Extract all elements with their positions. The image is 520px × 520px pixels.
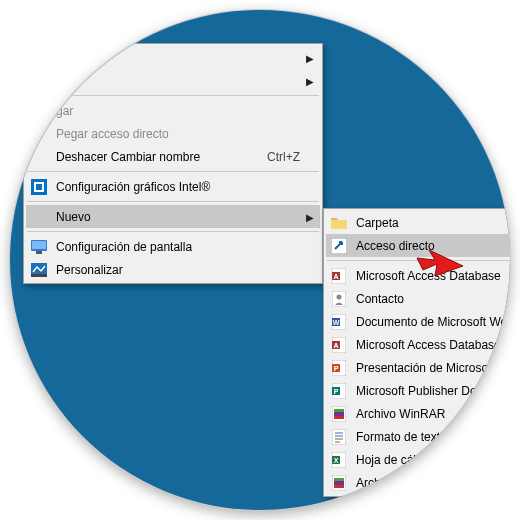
- publisher-icon: P: [330, 382, 348, 400]
- menu-item[interactable]: gar: [26, 99, 320, 122]
- submenu-item-access2[interactable]: A Microsoft Access Database: [326, 333, 510, 356]
- separator: [27, 231, 319, 232]
- submenu-label: Contacto: [356, 292, 510, 306]
- submenu-label: Microsoft Publisher Document: [356, 384, 510, 398]
- separator: [27, 95, 319, 96]
- menu-label: gar: [56, 104, 300, 118]
- word-icon: W: [330, 313, 348, 331]
- folder-icon: [330, 214, 348, 232]
- svg-rect-7: [31, 274, 47, 277]
- rtf-icon: [330, 428, 348, 446]
- powerpoint-icon: P: [330, 359, 348, 377]
- access-icon: A: [330, 267, 348, 285]
- context-menu: ▶ ar ▶ gar Pegar acceso directo Deshacer…: [23, 43, 323, 284]
- chevron-right-icon: ▶: [306, 75, 314, 86]
- submenu-new: Carpeta Acceso directo A Microsoft Acces…: [323, 208, 510, 497]
- svg-rect-28: [334, 409, 344, 412]
- svg-rect-5: [36, 251, 42, 254]
- contact-icon: [330, 290, 348, 308]
- svg-text:A: A: [333, 342, 338, 349]
- submenu-label: Documento de Microsoft Word: [356, 315, 510, 329]
- submenu-label: Archivo WinRAR: [356, 407, 510, 421]
- menu-label: Configuración de pantalla: [56, 240, 300, 254]
- menu-item-paste-shortcut[interactable]: Pegar acceso directo: [26, 122, 320, 145]
- submenu-label: Carpeta: [356, 216, 510, 230]
- submenu-item-winrar[interactable]: Archivo WinRAR: [326, 402, 510, 425]
- svg-rect-30: [332, 429, 346, 445]
- separator: [27, 201, 319, 202]
- submenu-item-contact[interactable]: Contacto: [326, 287, 510, 310]
- shortcut-icon: [330, 237, 348, 255]
- menu-item-new[interactable]: Nuevo ▶: [26, 205, 320, 228]
- submenu-label: Presentación de Microsoft PowerPoint: [356, 361, 510, 375]
- intel-icon: [30, 178, 48, 196]
- svg-text:W: W: [333, 319, 340, 326]
- chevron-right-icon: ▶: [306, 211, 314, 222]
- chevron-right-icon: ▶: [306, 52, 314, 63]
- svg-text:P: P: [334, 388, 339, 395]
- submenu-item-winrar2[interactable]: Archivo WinRAR: [326, 471, 510, 494]
- submenu-label: Archivo WinRAR: [356, 476, 510, 490]
- menu-label: Deshacer Cambiar nombre: [56, 150, 247, 164]
- monitor-icon: [30, 238, 48, 256]
- svg-text:X: X: [334, 457, 339, 464]
- menu-item-display-settings[interactable]: Configuración de pantalla: [26, 235, 320, 258]
- svg-rect-4: [32, 241, 46, 249]
- excel-icon: X: [330, 451, 348, 469]
- svg-rect-41: [334, 485, 344, 488]
- menu-label: Nuevo: [56, 210, 300, 224]
- separator: [327, 260, 510, 261]
- menu-label: Personalizar: [56, 263, 300, 277]
- submenu-label: Acceso directo: [356, 239, 510, 253]
- menu-item[interactable]: ar ▶: [26, 69, 320, 92]
- menu-item-undo[interactable]: Deshacer Cambiar nombre Ctrl+Z: [26, 145, 320, 168]
- svg-rect-29: [334, 416, 344, 419]
- submenu-item-access[interactable]: A Microsoft Access Database: [326, 264, 510, 287]
- menu-label: Pegar acceso directo: [56, 127, 300, 141]
- svg-text:A: A: [333, 273, 338, 280]
- submenu-item-powerpoint[interactable]: P Presentación de Microsoft PowerPoint: [326, 356, 510, 379]
- menu-item-personalize[interactable]: Personalizar: [26, 258, 320, 281]
- svg-rect-2: [36, 184, 42, 190]
- menu-label: Configuración gráficos Intel®: [56, 180, 300, 194]
- submenu-label: Hoja de cálculo de Microsoft Excel: [356, 453, 510, 467]
- winrar-icon: [330, 474, 348, 492]
- separator: [27, 171, 319, 172]
- menu-item[interactable]: ▶: [26, 46, 320, 69]
- svg-rect-40: [334, 478, 344, 481]
- personalize-icon: [30, 261, 48, 279]
- submenu-item-word[interactable]: W Documento de Microsoft Word: [326, 310, 510, 333]
- viewport: ▶ ar ▶ gar Pegar acceso directo Deshacer…: [10, 10, 510, 510]
- menu-label: ar: [56, 74, 300, 88]
- submenu-item-excel[interactable]: X Hoja de cálculo de Microsoft Excel: [326, 448, 510, 471]
- svg-point-13: [337, 294, 342, 299]
- menu-item-intel-graphics[interactable]: Configuración gráficos Intel®: [26, 175, 320, 198]
- submenu-label: Microsoft Access Database: [356, 269, 510, 283]
- submenu-item-folder[interactable]: Carpeta: [326, 211, 510, 234]
- submenu-item-rtf[interactable]: Formato de texto enriquecido: [326, 425, 510, 448]
- shortcut-label: Ctrl+Z: [267, 150, 300, 164]
- access-icon: A: [330, 336, 348, 354]
- winrar-icon: [330, 405, 348, 423]
- submenu-label: Microsoft Access Database: [356, 338, 510, 352]
- submenu-item-publisher[interactable]: P Microsoft Publisher Document: [326, 379, 510, 402]
- submenu-label: Formato de texto enriquecido: [356, 430, 510, 444]
- submenu-item-shortcut[interactable]: Acceso directo: [326, 234, 510, 257]
- svg-text:P: P: [334, 365, 339, 372]
